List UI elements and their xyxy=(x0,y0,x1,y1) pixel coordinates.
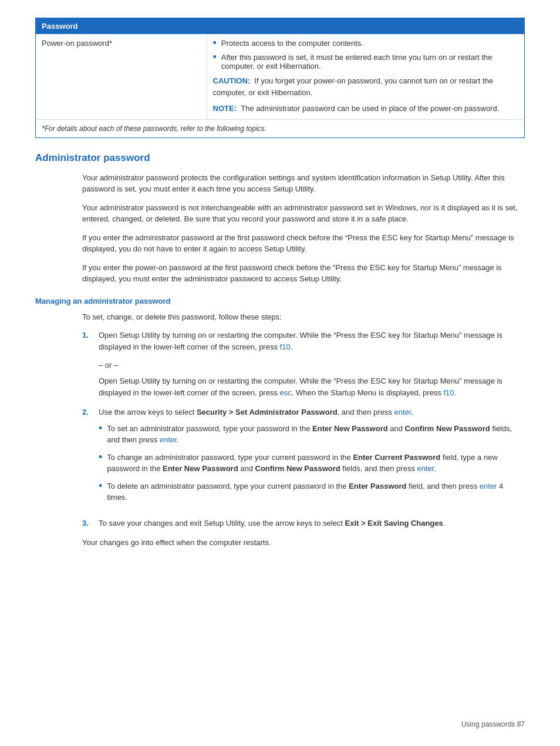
table-header: Password xyxy=(36,18,525,35)
sub-bullet-list: • To set an administrator password, type… xyxy=(99,423,525,503)
step-3-content: To save your changes and exit Setup Util… xyxy=(99,518,525,529)
footnote-text: *For details about each of these passwor… xyxy=(36,119,525,137)
list-item: • Protects access to the computer conten… xyxy=(213,39,518,48)
bullet-icon: • xyxy=(99,480,102,491)
or-separator: – or – xyxy=(99,361,525,369)
sub-bullet-1: • To set an administrator password, type… xyxy=(99,423,525,446)
table-cell-left: Power-on password* xyxy=(36,34,207,119)
closing-text: Your changes go into effect when the com… xyxy=(82,537,525,549)
note-text: NOTE: The administrator password can be … xyxy=(213,103,518,115)
f10-link-1: f10 xyxy=(280,342,291,351)
step-2-content: Use the arrow keys to select Security > … xyxy=(99,406,525,509)
sub-bullet-3-text: To delete an administrator password, typ… xyxy=(107,480,525,503)
password-table: Password Power-on password* • Protects a… xyxy=(35,18,525,138)
caution-text: CAUTION: If you forget your power-on pas… xyxy=(213,75,518,98)
f10-link-2: f10 xyxy=(443,388,454,397)
step-number-2: 2. xyxy=(82,406,94,418)
step-1-text: Open Setup Utility by turning on or rest… xyxy=(99,331,502,351)
section-heading: Administrator password xyxy=(35,152,525,164)
table-row: Power-on password* • Protects access to … xyxy=(36,34,525,119)
bullet-icon: • xyxy=(213,52,217,62)
enter-link-1: enter xyxy=(394,408,411,416)
body-paragraph-2: Your administrator password is not inter… xyxy=(82,202,525,225)
bullet-text: Protects access to the computer contents… xyxy=(221,39,363,48)
table-bullet-list: • Protects access to the computer conten… xyxy=(213,39,518,70)
step-2: 2. Use the arrow keys to select Security… xyxy=(82,406,525,509)
step-1: 1. Open Setup Utility by turning on or r… xyxy=(82,330,525,352)
sub-bullet-3: • To delete an administrator password, t… xyxy=(99,480,525,503)
bullet-icon: • xyxy=(213,38,217,48)
caution-label: CAUTION: xyxy=(213,76,255,85)
sub-bullet-2-text: To change an administrator password, typ… xyxy=(107,452,525,475)
sub-bullet-1-text: To set an administrator password, type y… xyxy=(107,423,525,446)
step-1-alt: Open Setup Utility by turning on or rest… xyxy=(99,375,525,398)
page-footer: Using passwords 87 xyxy=(461,720,525,728)
esc-link: esc xyxy=(280,388,292,397)
step-number-1: 1. xyxy=(82,330,94,341)
note-label: NOTE: xyxy=(213,104,241,113)
enter-link-4: enter xyxy=(480,482,497,490)
intro-text: To set, change, or delete this password,… xyxy=(82,311,525,323)
footnote-row: *For details about each of these passwor… xyxy=(36,119,525,137)
list-item: • After this password is set, it must be… xyxy=(213,53,518,70)
sub-heading: Managing an administrator password xyxy=(35,297,525,305)
enter-link-3: enter xyxy=(417,464,434,473)
body-paragraph-4: If you enter the power-on password at th… xyxy=(82,262,525,285)
bullet-icon: • xyxy=(99,423,102,434)
step-3: 3. To save your changes and exit Setup U… xyxy=(82,518,525,529)
bullet-icon: • xyxy=(99,452,102,462)
enter-link-2: enter xyxy=(160,435,177,444)
body-paragraph-1: Your administrator password protects the… xyxy=(82,172,525,195)
steps-list: 1. Open Setup Utility by turning on or r… xyxy=(82,330,525,352)
bullet-text: After this password is set, it must be e… xyxy=(221,53,518,70)
sub-bullet-2: • To change an administrator password, t… xyxy=(99,452,525,475)
step-1-content: Open Setup Utility by turning on or rest… xyxy=(99,330,525,352)
table-cell-right: • Protects access to the computer conten… xyxy=(207,34,524,119)
step-number-3: 3. xyxy=(82,518,94,529)
steps-list-2: 2. Use the arrow keys to select Security… xyxy=(82,406,525,529)
step-1-text-after: . xyxy=(291,342,293,351)
body-paragraph-3: If you enter the administrator password … xyxy=(82,232,525,255)
